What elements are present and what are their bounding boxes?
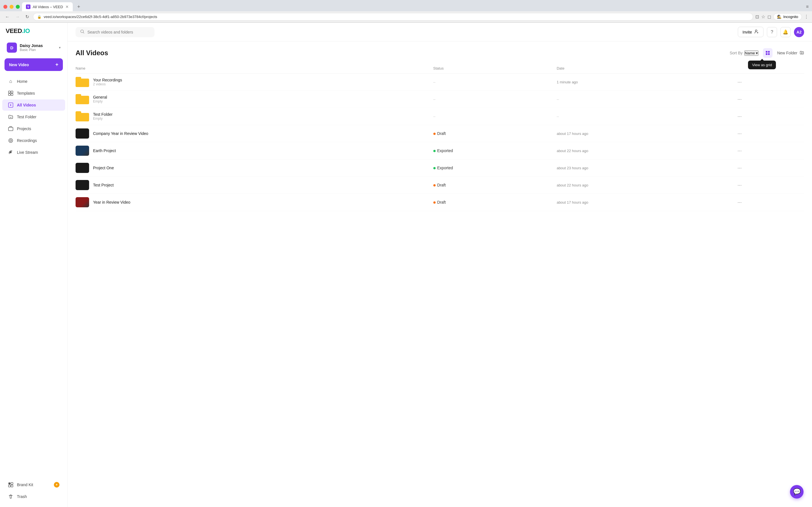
sidebar-item-brand-kit[interactable]: Brand Kit + — [2, 479, 65, 490]
status-badge: Exported — [434, 149, 453, 153]
incognito-btn[interactable]: 🕵 Incognito — [773, 13, 802, 20]
more-options-btn[interactable]: ··· — [735, 78, 744, 86]
browser-chrome: V All Videos – VEED ✕ + ≡ ← → ↻ 🔒 veed.i… — [0, 0, 812, 23]
sidebar: VEED.IO D Daisy Jonas Basic Plan ▾ New V… — [0, 23, 68, 507]
table-row: Year in Review Video Draft about 17 hour… — [75, 194, 804, 211]
item-text: Project One — [93, 166, 114, 170]
sidebar-item-test-folder[interactable]: Test Folder — [2, 111, 65, 122]
address-bar: ← → ↻ 🔒 veed.io/workspaces/22ce6d2f-38c5… — [0, 11, 812, 22]
sidebar-item-all-videos[interactable]: All Videos — [2, 100, 65, 111]
sidebar-item-live-stream[interactable]: Live Stream — [2, 147, 65, 158]
more-options-btn[interactable]: ··· — [735, 129, 744, 138]
svg-rect-1 — [11, 91, 13, 93]
test-folder-icon — [8, 114, 13, 120]
more-tabs-btn[interactable]: ≡ — [806, 4, 809, 9]
top-bar: Invite ? 🔔 A2 — [68, 23, 812, 41]
svg-rect-2 — [8, 94, 10, 96]
grid-icon — [765, 51, 770, 55]
chat-bubble-button[interactable]: 💬 — [790, 485, 804, 499]
more-options-btn[interactable]: ··· — [735, 112, 744, 121]
video-thumb-black — [75, 180, 89, 190]
sidebar-item-home[interactable]: ⌂ Home — [2, 76, 65, 87]
item-subtitle: Empty — [93, 117, 112, 121]
minimize-window-btn[interactable] — [10, 5, 13, 9]
item-status-cell: – — [430, 91, 553, 108]
brand-kit-icon — [8, 482, 13, 488]
new-tab-btn[interactable]: + — [75, 3, 83, 11]
profile-icon[interactable]: ◻ — [767, 14, 771, 19]
svg-rect-11 — [11, 483, 13, 485]
cast-icon[interactable]: ⊡ — [755, 14, 759, 19]
item-row: Your Recordings 2 videos — [75, 77, 426, 87]
top-actions: Invite ? 🔔 A2 — [738, 27, 804, 37]
url-text: veed.io/workspaces/22ce6d2f-38c5-4df1-a8… — [44, 15, 157, 19]
item-status-cell: Draft — [430, 125, 553, 142]
close-window-btn[interactable] — [3, 5, 7, 9]
invite-button[interactable]: Invite — [738, 27, 763, 37]
search-bar[interactable] — [75, 27, 154, 37]
bookmark-icon[interactable]: ☆ — [761, 14, 765, 19]
more-options-btn[interactable]: ··· — [735, 198, 744, 207]
forward-btn[interactable]: → — [13, 13, 21, 20]
live-stream-icon — [8, 150, 13, 155]
svg-rect-3 — [11, 94, 13, 96]
logo-text: VEED.IO — [6, 27, 30, 34]
videos-table: Name Status Date Your Recordings 2 vid — [75, 63, 804, 211]
table-row: Company Year in Review Video Draft about… — [75, 125, 804, 142]
grid-view-button[interactable] — [763, 48, 772, 58]
more-options-btn[interactable]: ··· — [735, 95, 744, 103]
item-row: Year in Review Video — [75, 197, 426, 207]
search-input[interactable] — [87, 30, 150, 34]
notifications-button[interactable]: 🔔 — [780, 27, 791, 37]
user-avatar-btn[interactable]: A2 — [794, 27, 804, 37]
item-actions-cell: ··· — [732, 125, 804, 142]
sidebar-item-label: Test Folder — [17, 115, 36, 119]
item-title: Company Year in Review Video — [93, 131, 148, 136]
active-tab[interactable]: V All Videos – VEED ✕ — [22, 2, 73, 11]
user-section[interactable]: D Daisy Jonas Basic Plan ▾ — [2, 40, 65, 55]
app: VEED.IO D Daisy Jonas Basic Plan ▾ New V… — [0, 23, 812, 507]
tab-close-btn[interactable]: ✕ — [65, 4, 69, 9]
status-dash: – — [434, 80, 436, 84]
window-controls — [3, 5, 20, 9]
item-status-cell: – — [430, 73, 553, 91]
sidebar-item-templates[interactable]: Templates — [2, 88, 65, 99]
reload-btn[interactable]: ↻ — [24, 13, 31, 20]
item-text: Company Year in Review Video — [93, 131, 148, 136]
item-title: Earth Project — [93, 149, 116, 153]
chat-icon: 💬 — [793, 488, 801, 496]
more-options-btn[interactable]: ⋮ — [804, 14, 809, 19]
item-title: Test Folder — [93, 112, 112, 117]
help-button[interactable]: ? — [767, 27, 777, 37]
sort-by-name-button[interactable]: Name ▾ — [744, 50, 759, 56]
url-bar[interactable]: 🔒 veed.io/workspaces/22ce6d2f-38c5-4df1-… — [33, 13, 753, 20]
folder-thumb — [75, 111, 89, 121]
back-btn[interactable]: ← — [3, 13, 11, 20]
tab-favicon: V — [26, 4, 31, 9]
item-text: Test Folder Empty — [93, 112, 112, 121]
item-status-cell: Draft — [430, 194, 553, 211]
svg-rect-13 — [11, 485, 13, 487]
maximize-window-btn[interactable] — [16, 5, 20, 9]
new-folder-button[interactable]: New Folder — [777, 50, 804, 56]
folder-thumb — [75, 94, 89, 104]
more-options-btn[interactable]: ··· — [735, 147, 744, 155]
sidebar-item-recordings[interactable]: Recordings — [2, 135, 65, 146]
more-options-btn[interactable]: ··· — [735, 181, 744, 189]
item-subtitle: Empty — [93, 100, 107, 103]
chevron-down-icon: ▾ — [59, 46, 61, 50]
sidebar-item-trash[interactable]: Trash — [2, 491, 65, 502]
more-options-btn[interactable]: ··· — [735, 164, 744, 172]
user-info: Daisy Jonas Basic Plan — [20, 43, 56, 52]
item-title: Test Project — [93, 183, 114, 187]
item-name-cell: Your Recordings 2 videos — [75, 73, 430, 91]
status-dash: – — [434, 97, 436, 101]
item-date-cell: – — [553, 108, 732, 125]
sidebar-item-projects[interactable]: Projects — [2, 123, 65, 134]
svg-rect-17 — [768, 51, 770, 53]
table-row: Test Project Draft about 22 hours ago ··… — [75, 177, 804, 194]
svg-rect-6 — [8, 127, 13, 131]
folder-thumb — [75, 77, 89, 87]
brand-kit-badge: + — [54, 482, 59, 488]
new-video-button[interactable]: New Video + — [4, 58, 63, 71]
